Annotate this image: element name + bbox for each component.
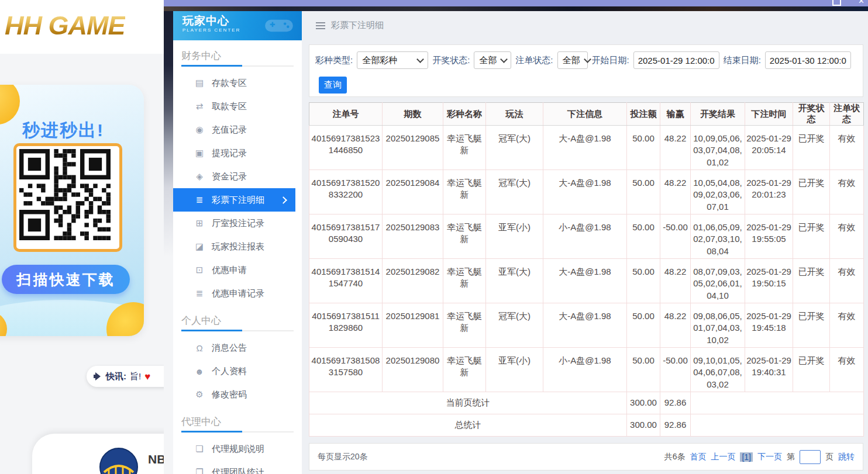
first-page-link[interactable]: 首页 (690, 452, 706, 462)
lottery-type-select[interactable]: 全部彩种 (357, 51, 428, 69)
sidebar-item-label: 优惠申请 (212, 265, 247, 276)
col-header-period: 期数 (383, 103, 443, 126)
end-date-input[interactable] (765, 51, 851, 69)
sidebar-item-change-password[interactable]: ⚙修改密码 (173, 383, 302, 406)
site-logo[interactable]: HH GAME (5, 11, 125, 41)
page-jump-input[interactable] (800, 450, 821, 464)
speaker-icon (94, 372, 102, 380)
background-banner-strip (164, 6, 868, 11)
sidebar-item-lottery-bet-details[interactable]: ≣彩票下注明细 (173, 188, 295, 212)
draw-status-select[interactable]: 全部 (474, 51, 511, 69)
sidebar-item-agent-team-stats[interactable]: ❐代理团队统计 (173, 461, 302, 474)
cell-win-loss: -50.00 (660, 348, 691, 392)
cell-draw-result: 09,10,01,05,04,06,07,08,03,02 (691, 348, 745, 392)
sidebar-item-player-bet-report[interactable]: ◪玩家投注报表 (173, 235, 302, 258)
section-divider (181, 65, 294, 67)
close-icon[interactable] (858, 0, 864, 5)
sidebar-section-label-1: 个人中心 (173, 305, 302, 330)
chevron-down-icon (500, 56, 508, 63)
sidebar-item-recharge-records[interactable]: ◉充值记录 (173, 118, 302, 141)
draw-status-value: 全部 (479, 55, 497, 66)
table-row: 40156917381508315758020250129080幸运飞艇新亚军(… (309, 348, 864, 392)
cell-order-status: 有效 (830, 303, 864, 348)
site-header: HH GAME (0, 0, 164, 54)
cell-bet-time: 2025-01-29 20:01:23 (745, 170, 793, 214)
cell-order-status: 有效 (830, 170, 864, 214)
sidebar-item-funds-records[interactable]: ◈资金记录 (173, 165, 302, 188)
cell-lottery-name: 幸运飞艇新 (443, 126, 486, 170)
cell-win-loss: 48.22 (660, 259, 691, 303)
sidebar-item-label: 厅室投注记录 (212, 218, 264, 229)
stats-win-loss: 92.86 (660, 392, 691, 414)
chevron-right-icon (280, 196, 287, 204)
order-status-value: 全部 (563, 55, 580, 66)
cell-bet-id: 401569173815208332200 (309, 170, 383, 214)
cell-lottery-name: 幸运飞艇新 (443, 214, 486, 259)
nba-card: NBA (32, 434, 164, 474)
query-button[interactable]: 查询 (319, 77, 347, 94)
news-ticker[interactable]: 快讯: 旨! ♥ (87, 366, 164, 387)
sidebar-item-withdraw-zone[interactable]: ⇄取款专区 (173, 95, 302, 118)
cell-lottery-name: 幸运飞艇新 (443, 170, 486, 214)
sidebar-item-label: 代理规则说明 (212, 444, 264, 455)
cell-play-type: 冠军(大) (486, 303, 543, 348)
person-icon: ☻ (194, 366, 205, 376)
hall-records-icon: ⊞ (194, 218, 205, 229)
cell-bet-amount: 50.00 (627, 303, 660, 348)
cell-bet-time: 2025-01-29 19:40:31 (745, 348, 793, 392)
withdraw-hand-icon: ⇄ (194, 101, 205, 112)
stats-row: 总统计300.0092.86 (309, 414, 864, 437)
maximize-icon[interactable] (832, 0, 841, 6)
sidebar-item-promo-apply[interactable]: ⊡优惠申请 (173, 258, 302, 282)
cell-bet-info: 大-A盘@1.98 (543, 170, 627, 214)
table-row: 40156917381511182986020250129081幸运飞艇新冠军(… (309, 303, 864, 348)
sidebar-item-label: 消息公告 (212, 342, 247, 354)
sidebar-item-promo-apply-records[interactable]: ≣优惠申请记录 (173, 282, 302, 305)
col-header-bet-amount: 投注额 (627, 103, 660, 126)
stats-bet-total: 300.00 (627, 414, 660, 437)
start-date-input[interactable] (633, 51, 719, 69)
sidebar-item-hall-bet-records[interactable]: ⊞厅室投注记录 (173, 212, 302, 235)
sidebar-item-withdrawal-records[interactable]: ▣提现记录 (173, 141, 302, 165)
cell-order-status: 有效 (830, 214, 864, 259)
cell-bet-amount: 50.00 (627, 259, 660, 303)
ticker-text: 旨! (130, 371, 141, 382)
page-size-text: 每页显示20条 (318, 452, 368, 462)
filter-panel: 彩种类型: 全部彩种 开奖状态: 全部 注单状态: 全部 开始日期: 结束日期:… (309, 44, 863, 97)
cell-order-status: 有效 (830, 348, 864, 392)
cell-draw-status: 已开奖 (793, 126, 830, 170)
scan-download-button[interactable]: 扫描快速下载 (2, 265, 130, 294)
cell-bet-time: 2025-01-29 19:55:05 (745, 214, 793, 259)
col-header-order-status: 注单状态 (830, 103, 864, 126)
cell-bet-id: 401569173815111829860 (309, 303, 383, 348)
promo-ticket-icon: ⊡ (194, 265, 205, 275)
menu-hamburger-icon[interactable] (316, 22, 325, 29)
jump-prefix: 第 (787, 452, 795, 462)
sidebar-item-label: 资金记录 (212, 171, 247, 182)
cell-play-type: 亚军(小) (486, 348, 543, 392)
section-divider (181, 431, 294, 433)
lottery-type-value: 全部彩种 (362, 55, 397, 66)
cell-draw-result: 08,07,09,03,05,02,06,01,04,10 (691, 259, 745, 303)
cell-bet-time: 2025-01-29 19:45:18 (745, 303, 793, 348)
next-page-link[interactable]: 下一页 (757, 452, 782, 462)
gear-icon: ⚙ (194, 389, 205, 400)
sidebar-item-deposit-zone[interactable]: ▤存款专区 (173, 71, 302, 95)
cell-period: 20250129085 (383, 126, 443, 170)
cell-bet-id: 401569173815231446850 (309, 126, 383, 170)
cell-draw-status: 已开奖 (793, 303, 830, 348)
sidebar-item-label: 取款专区 (212, 101, 247, 112)
sidebar-item-profile[interactable]: ☻个人资料 (173, 359, 302, 383)
jump-button[interactable]: 跳转 (838, 452, 855, 462)
cell-bet-amount: 50.00 (627, 348, 660, 392)
sidebar-item-agent-rules[interactable]: ❏代理规则说明 (173, 437, 302, 461)
prev-page-link[interactable]: 上一页 (711, 452, 735, 462)
start-date-label: 开始日期: (592, 55, 629, 66)
order-status-select[interactable]: 全部 (557, 51, 588, 69)
current-page[interactable]: [1] (740, 452, 753, 462)
deposit-card-icon: ▤ (194, 78, 205, 88)
bridge-graphic (101, 449, 137, 474)
qr-code[interactable] (13, 143, 122, 252)
sidebar-item-announcements[interactable]: Ω消息公告 (173, 336, 302, 359)
cell-win-loss: 48.22 (660, 170, 691, 214)
